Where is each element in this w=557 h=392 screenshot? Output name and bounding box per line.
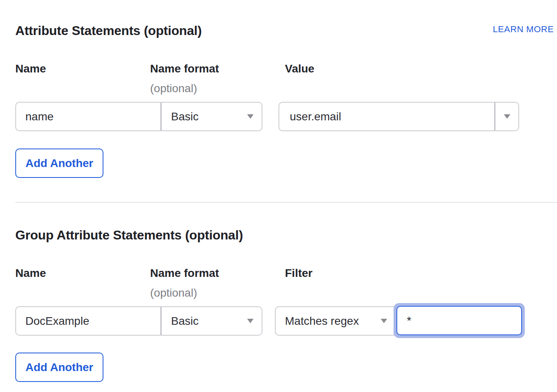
- group-name-format-selected-value: Basic: [171, 315, 198, 328]
- group-filter-type-selected-value: Matches regex: [285, 315, 359, 328]
- group-attribute-statements-title: Group Attribute Statements (optional): [15, 228, 243, 243]
- group-name-format-label: Name format: [150, 267, 219, 280]
- attribute-statements-title: Attribute Statements (optional): [15, 23, 202, 38]
- saml-settings-form: Attribute Statements (optional) LEARN MO…: [0, 0, 557, 392]
- group-name-label: Name: [15, 267, 46, 280]
- attr-value-label: Value: [285, 62, 314, 75]
- attr-name-format-selected-value: Basic: [171, 110, 198, 123]
- chevron-down-icon: [247, 319, 254, 323]
- filter-value-focus-ring: [394, 303, 525, 338]
- group-name-input[interactable]: [15, 306, 161, 336]
- attr-value-dropdown-button[interactable]: [495, 103, 518, 130]
- attr-value-combobox[interactable]: [278, 102, 519, 131]
- group-name-format-select[interactable]: Basic: [161, 306, 262, 336]
- attr-name-format-label: Name format: [150, 62, 219, 75]
- attr-name-format-select[interactable]: Basic: [161, 102, 262, 131]
- attr-name-label: Name: [15, 62, 46, 75]
- group-name-format-optional-note: (optional): [150, 287, 197, 299]
- attr-name-input[interactable]: [15, 102, 161, 131]
- group-filter-label: Filter: [285, 267, 312, 280]
- attr-value-input[interactable]: [279, 103, 494, 130]
- add-another-group-attribute-button[interactable]: Add Another: [15, 353, 103, 382]
- section-divider: [15, 202, 557, 203]
- group-filter-type-select[interactable]: Matches regex: [275, 306, 394, 336]
- attr-name-format-optional-note: (optional): [150, 82, 197, 95]
- learn-more-link[interactable]: LEARN MORE: [493, 24, 554, 35]
- add-another-attribute-button[interactable]: Add Another: [15, 149, 103, 178]
- chevron-down-icon: [504, 114, 510, 119]
- group-filter-value-input[interactable]: [396, 306, 522, 335]
- chevron-down-icon: [381, 319, 387, 323]
- chevron-down-icon: [247, 114, 254, 119]
